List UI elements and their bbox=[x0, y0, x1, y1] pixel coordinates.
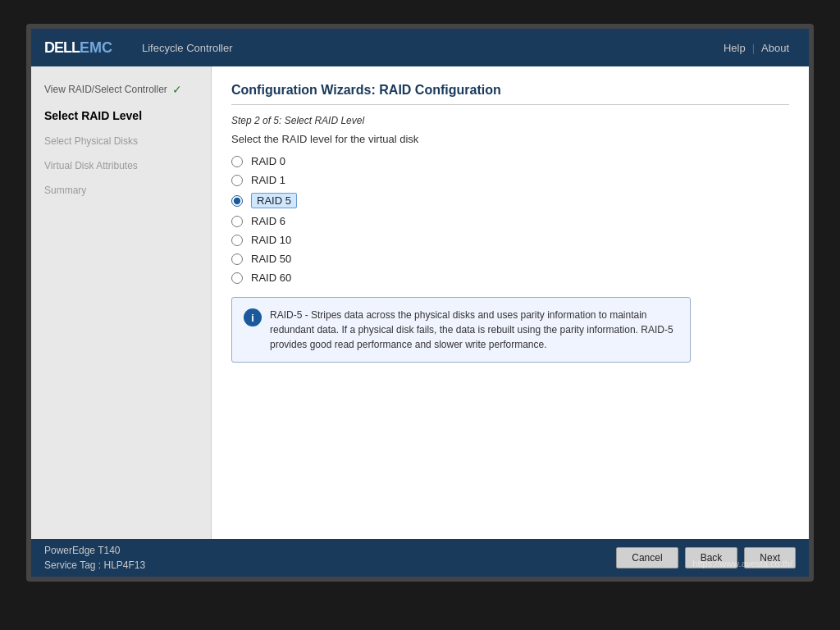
page-title: Configuration Wizards: RAID Configuratio… bbox=[231, 83, 789, 105]
radio-item-raid1[interactable]: RAID 1 bbox=[231, 174, 789, 186]
info-icon: i bbox=[244, 308, 262, 326]
sidebar-item-select-raid-level[interactable]: Select RAID Level bbox=[31, 103, 211, 129]
raid1-label: RAID 1 bbox=[251, 174, 285, 186]
sidebar-item-label: Select RAID Level bbox=[44, 109, 142, 122]
radio-item-raid5[interactable]: RAID 5 bbox=[231, 193, 789, 208]
info-text: RAID-5 - Stripes data across the physica… bbox=[270, 308, 678, 352]
cancel-button[interactable]: Cancel bbox=[616, 547, 678, 568]
radio-raid0[interactable] bbox=[231, 156, 243, 167]
footer: PowerEdge T140 Service Tag : HLP4F13 Can… bbox=[31, 539, 809, 577]
sidebar: View RAID/Select Controller ✓ Select RAI… bbox=[31, 66, 212, 539]
step-label: Step 2 of 5: Select RAID Level bbox=[231, 115, 789, 126]
raid5-label: RAID 5 bbox=[251, 193, 297, 208]
app-title: Lifecycle Controller bbox=[142, 42, 233, 54]
radio-raid50[interactable] bbox=[231, 253, 243, 265]
sidebar-item-label: Select Physical Disks bbox=[44, 135, 138, 147]
sidebar-item-label: Summary bbox=[44, 185, 86, 196]
radio-item-raid6[interactable]: RAID 6 bbox=[231, 215, 789, 227]
sidebar-item-summary: Summary bbox=[31, 178, 211, 203]
radio-raid10[interactable] bbox=[231, 235, 243, 246]
model-label: PowerEdge T140 bbox=[44, 543, 145, 558]
checkmark-icon: ✓ bbox=[172, 83, 182, 96]
footer-info: PowerEdge T140 Service Tag : HLP4F13 bbox=[44, 543, 145, 573]
info-box: i RAID-5 - Stripes data across the physi… bbox=[231, 297, 691, 363]
help-link[interactable]: Help bbox=[717, 42, 752, 54]
radio-item-raid50[interactable]: RAID 50 bbox=[231, 253, 789, 265]
radio-raid60[interactable] bbox=[231, 272, 243, 284]
sidebar-item-label: View RAID/Select Controller bbox=[44, 84, 167, 95]
sidebar-item-view-raid[interactable]: View RAID/Select Controller ✓ bbox=[31, 76, 211, 103]
raid6-label: RAID 6 bbox=[251, 215, 285, 227]
radio-item-raid10[interactable]: RAID 10 bbox=[231, 234, 789, 246]
dell-logo: DELLEMC bbox=[44, 39, 112, 57]
raid0-label: RAID 0 bbox=[251, 155, 285, 167]
raid50-label: RAID 50 bbox=[251, 253, 291, 265]
sidebar-item-label: Virtual Disk Attributes bbox=[44, 160, 138, 171]
content-area: Configuration Wizards: RAID Configuratio… bbox=[212, 66, 809, 539]
radio-item-raid0[interactable]: RAID 0 bbox=[231, 155, 789, 167]
sidebar-item-virtual-disk-attrs: Virtual Disk Attributes bbox=[31, 153, 211, 178]
raid60-label: RAID 60 bbox=[251, 272, 291, 284]
field-label: Select the RAID level for the virtual di… bbox=[231, 133, 789, 145]
watermark: https://www.avesta.co.th/ bbox=[692, 559, 792, 568]
radio-raid5[interactable] bbox=[231, 195, 243, 207]
raid-level-radio-group: RAID 0 RAID 1 RAID 5 RAID bbox=[231, 155, 789, 284]
header-nav: Help | About bbox=[717, 42, 796, 54]
logo-area: DELLEMC Lifecycle Controller bbox=[44, 39, 233, 57]
service-tag: Service Tag : HLP4F13 bbox=[44, 558, 145, 573]
about-link[interactable]: About bbox=[755, 42, 796, 54]
header: DELLEMC Lifecycle Controller Help | Abou… bbox=[31, 29, 809, 66]
main-area: View RAID/Select Controller ✓ Select RAI… bbox=[31, 66, 809, 539]
sidebar-item-select-physical-disks: Select Physical Disks bbox=[31, 129, 211, 153]
radio-raid1[interactable] bbox=[231, 175, 243, 186]
radio-item-raid60[interactable]: RAID 60 bbox=[231, 272, 789, 284]
raid10-label: RAID 10 bbox=[251, 234, 291, 246]
radio-raid6[interactable] bbox=[231, 216, 243, 227]
